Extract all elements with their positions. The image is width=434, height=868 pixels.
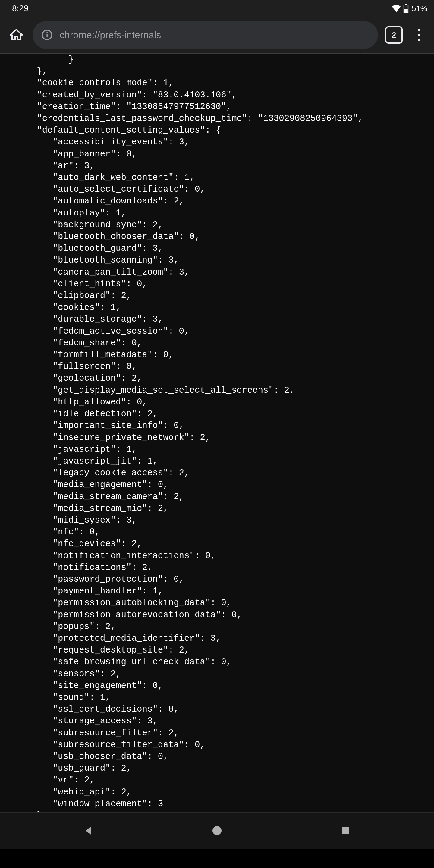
json-dump: } }, "cookie_controls_mode": 1, "created… <box>0 54 434 812</box>
nav-recents-button[interactable] <box>337 822 355 840</box>
status-right: 51% <box>392 4 427 13</box>
more-menu-icon <box>418 38 421 41</box>
status-bar: 8:29 51% <box>0 0 434 17</box>
svg-rect-4 <box>46 34 47 37</box>
page-info-icon[interactable] <box>41 29 53 41</box>
nav-home-button[interactable] <box>208 822 226 840</box>
browser-toolbar: chrome://prefs-internals 2 <box>0 17 434 53</box>
tab-switcher-button[interactable]: 2 <box>385 26 403 44</box>
system-nav-bar <box>0 812 434 849</box>
tab-count: 2 <box>392 30 396 40</box>
more-menu-button[interactable] <box>413 27 426 43</box>
wifi-icon <box>392 5 401 12</box>
home-button[interactable] <box>7 26 25 44</box>
battery-icon <box>403 4 409 13</box>
battery-percentage: 51% <box>412 4 427 13</box>
more-menu-icon <box>418 34 421 36</box>
nav-back-button[interactable] <box>79 822 97 840</box>
svg-rect-7 <box>342 827 349 834</box>
omnibox[interactable]: chrome://prefs-internals <box>33 21 378 49</box>
page-content[interactable]: } }, "cookie_controls_mode": 1, "created… <box>0 54 434 812</box>
status-clock: 8:29 <box>12 4 29 13</box>
url-text: chrome://prefs-internals <box>60 30 161 41</box>
more-menu-icon <box>418 29 421 31</box>
svg-point-6 <box>213 826 221 835</box>
svg-rect-2 <box>404 9 408 12</box>
svg-rect-5 <box>46 32 47 33</box>
